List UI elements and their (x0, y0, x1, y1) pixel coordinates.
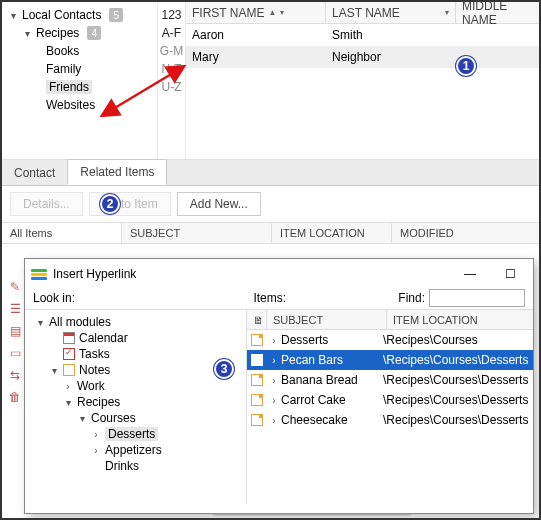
items-grid-body: › Desserts \Recipes\Courses › Pecan Bars… (247, 330, 533, 430)
side-toolbar: ✎ ☰ ▤ ▭ ⇆ 🗑 (8, 280, 22, 404)
top-pane: ▾ Local Contacts 5 ▾ Recipes 4 Books Fam… (2, 2, 539, 160)
note-icon (247, 374, 267, 386)
col-label: LAST NAME (332, 6, 400, 20)
alpha-af[interactable]: A-F (158, 24, 185, 42)
grid-body: Aaron Smith Mary Neighbor (186, 24, 539, 68)
table-row[interactable]: Mary Neighbor (186, 46, 539, 68)
col-label: FIRST NAME (192, 6, 264, 20)
contacts-grid: FIRST NAME ▲ ▾ LAST NAME ▾ MIDDLE NAME A… (185, 2, 539, 159)
maximize-button[interactable]: ☐ (493, 262, 527, 286)
tree-books[interactable]: Books (8, 42, 155, 60)
add-new-button[interactable]: Add New... (177, 192, 261, 216)
find-label: Find: (398, 291, 425, 305)
items-label: Items: (253, 291, 398, 305)
expand-icon[interactable]: › (267, 335, 281, 346)
related-grid-header: All Items SUBJECT ITEM LOCATION MODIFIED (2, 222, 539, 244)
col-first-name[interactable]: FIRST NAME ▲ ▾ (186, 2, 326, 23)
details-button[interactable]: Details... (10, 192, 83, 216)
col-label: MIDDLE NAME (462, 2, 533, 27)
side-icon[interactable]: ✎ (8, 280, 22, 294)
tree-recipes[interactable]: ▾ Recipes 4 (8, 24, 155, 42)
col-location[interactable]: ITEM LOCATION (387, 310, 533, 329)
cell-location: \Recipes\Courses\Desserts (383, 393, 533, 407)
tree-all-modules[interactable]: ▾All modules (35, 314, 242, 330)
svg-line-0 (108, 70, 178, 112)
expand-icon[interactable]: › (267, 395, 281, 406)
side-icon[interactable]: 🗑 (8, 390, 22, 404)
col-middle-name[interactable]: MIDDLE NAME (456, 2, 539, 23)
note-icon (247, 334, 267, 346)
note-icon (247, 414, 267, 426)
list-item[interactable]: › Pecan Bars \Recipes\Courses\Desserts (247, 350, 533, 370)
list-item[interactable]: › Desserts \Recipes\Courses (247, 330, 533, 350)
tree-desserts[interactable]: ›Desserts (35, 426, 242, 442)
table-row[interactable]: Aaron Smith (186, 24, 539, 46)
calendar-icon (63, 332, 75, 344)
cell-subject: Carrot Cake (281, 393, 383, 407)
alpha-gm[interactable]: G-M (158, 42, 185, 60)
tree-recipes[interactable]: ▾Recipes (35, 394, 242, 410)
callout-3: 3 (214, 359, 234, 379)
module-tree: ▾All modules Calendar Tasks ▾Notes ›Work… (25, 310, 247, 503)
expand-icon[interactable]: › (267, 415, 281, 426)
sort-asc-icon: ▲ (268, 8, 276, 17)
tree-courses[interactable]: ▾Courses (35, 410, 242, 426)
caret-down-icon[interactable]: ▾ (22, 28, 32, 39)
cell-last: Smith (326, 28, 456, 42)
dropdown-icon[interactable]: ▾ (445, 8, 449, 17)
col-subject[interactable]: SUBJECT (122, 223, 272, 243)
count-badge: 4 (87, 26, 101, 40)
cell-location: \Recipes\Courses\Desserts (383, 413, 533, 427)
tree-calendar[interactable]: Calendar (35, 330, 242, 346)
find-input[interactable] (429, 289, 525, 307)
dialog-title: Insert Hyperlink (53, 267, 136, 281)
side-icon[interactable]: ☰ (8, 302, 22, 316)
tree-notes[interactable]: ▾Notes (35, 362, 242, 378)
tab-contact[interactable]: Contact (2, 161, 67, 185)
minimize-button[interactable]: — (453, 262, 487, 286)
cell-subject: Cheesecake (281, 413, 383, 427)
cell-location: \Recipes\Courses (383, 333, 533, 347)
side-icon[interactable]: ▤ (8, 324, 22, 338)
cell-subject: Pecan Bars (281, 353, 383, 367)
tree-local-contacts[interactable]: ▾ Local Contacts 5 (8, 6, 155, 24)
expand-icon[interactable]: › (267, 375, 281, 386)
items-grid: 🗎 SUBJECT ITEM LOCATION › Desserts \Reci… (247, 310, 533, 503)
related-toolbar: Details... Go to Item Add New... (2, 186, 539, 222)
side-icon[interactable]: ⇆ (8, 368, 22, 382)
lookin-label: Look in: (33, 291, 253, 305)
side-icon[interactable]: ▭ (8, 346, 22, 360)
cell-last: Neighbor (326, 50, 456, 64)
cell-location: \Recipes\Courses\Desserts (383, 373, 533, 387)
tree-label: Recipes (36, 26, 79, 40)
col-icon[interactable]: 🗎 (247, 310, 267, 329)
callout-1: 1 (456, 56, 476, 76)
tree-label: Friends (46, 80, 92, 94)
col-subject[interactable]: SUBJECT (267, 310, 387, 329)
tab-related-items[interactable]: Related Items (67, 159, 167, 185)
cell-first: Aaron (186, 28, 326, 42)
expand-icon[interactable]: › (267, 355, 281, 366)
dropdown-icon[interactable]: ▾ (280, 8, 284, 17)
caret-down-icon[interactable]: ▾ (8, 10, 18, 21)
note-icon (247, 394, 267, 406)
tree-work[interactable]: ›Work (35, 378, 242, 394)
all-items-filter[interactable]: All Items (2, 223, 122, 243)
list-item[interactable]: › Banana Bread \Recipes\Courses\Desserts (247, 370, 533, 390)
tree-drinks[interactable]: Drinks (35, 458, 242, 474)
list-item[interactable]: › Cheesecake \Recipes\Courses\Desserts (247, 410, 533, 430)
tasks-icon (63, 348, 75, 360)
cell-location: \Recipes\Courses\Desserts (383, 353, 533, 367)
alpha-123[interactable]: 123 (158, 6, 185, 24)
cell-subject: Banana Bread (281, 373, 383, 387)
tree-appetizers[interactable]: ›Appetizers (35, 442, 242, 458)
dialog-body: ▾All modules Calendar Tasks ▾Notes ›Work… (25, 309, 533, 503)
grid-header: FIRST NAME ▲ ▾ LAST NAME ▾ MIDDLE NAME (186, 2, 539, 24)
col-modified[interactable]: MODIFIED (392, 223, 539, 243)
dialog-titlebar[interactable]: Insert Hyperlink — ☐ (25, 259, 533, 289)
col-item-location[interactable]: ITEM LOCATION (272, 223, 392, 243)
list-item[interactable]: › Carrot Cake \Recipes\Courses\Desserts (247, 390, 533, 410)
tree-label: Local Contacts (22, 8, 101, 22)
tree-tasks[interactable]: Tasks (35, 346, 242, 362)
col-last-name[interactable]: LAST NAME ▾ (326, 2, 456, 23)
